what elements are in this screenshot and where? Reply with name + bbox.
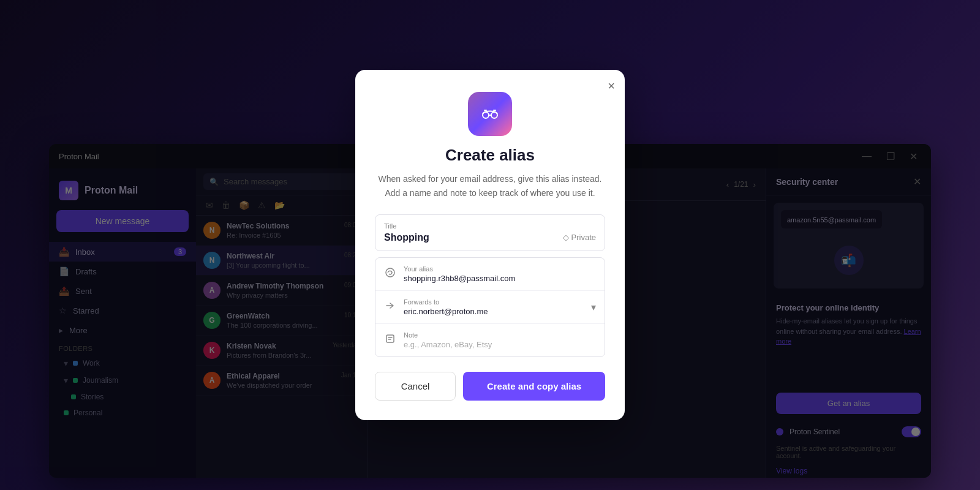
create-alias-modal: × Create alias When asked for your email… xyxy=(355,70,625,420)
cancel-button[interactable]: Cancel xyxy=(375,372,456,401)
modal-footer: Cancel Create and copy alias xyxy=(375,372,605,401)
dropdown-arrow-icon: ▾ xyxy=(591,301,596,313)
your-alias-label: Your alias xyxy=(404,265,596,273)
private-label: Private xyxy=(571,233,596,242)
title-field-row: Shopping ◇ Private xyxy=(384,232,596,243)
alias-email-value: shopping.r3hb8@passmail.com xyxy=(404,274,596,283)
forward-icon xyxy=(384,300,396,314)
forwards-value: eric.norbert@proton.me xyxy=(404,307,584,316)
spy-icon xyxy=(479,103,501,125)
svg-point-4 xyxy=(386,268,394,277)
forwards-to-row[interactable]: Forwards to eric.norbert@proton.me ▾ xyxy=(375,291,605,324)
private-badge: ◇ Private xyxy=(563,233,596,242)
title-field-value: Shopping xyxy=(384,232,429,243)
alias-icon xyxy=(384,267,396,281)
alias-row-content: Your alias shopping.r3hb8@passmail.com xyxy=(404,265,596,283)
modal-overlay[interactable]: × Create alias When asked for your email… xyxy=(0,0,980,490)
modal-title: Create alias xyxy=(375,146,605,165)
forwards-label: Forwards to xyxy=(404,298,584,306)
title-field: Title Shopping ◇ Private xyxy=(375,214,605,251)
note-row[interactable]: Note e.g., Amazon, eBay, Etsy xyxy=(375,324,605,356)
note-row-content: Note e.g., Amazon, eBay, Etsy xyxy=(404,331,596,349)
title-field-label: Title xyxy=(384,222,596,230)
svg-rect-3 xyxy=(493,110,496,111)
note-placeholder[interactable]: e.g., Amazon, eBay, Etsy xyxy=(404,340,596,349)
svg-rect-5 xyxy=(386,335,394,342)
modal-icon-wrap xyxy=(375,92,605,136)
modal-alias-icon xyxy=(468,92,512,136)
svg-rect-2 xyxy=(484,110,487,111)
your-alias-row: Your alias shopping.r3hb8@passmail.com xyxy=(375,258,605,291)
alias-section: Your alias shopping.r3hb8@passmail.com F… xyxy=(375,257,605,357)
shield-icon: ◇ xyxy=(563,233,569,242)
create-copy-alias-button[interactable]: Create and copy alias xyxy=(463,372,605,401)
modal-description: When asked for your email address, give … xyxy=(375,172,605,200)
modal-close-button[interactable]: × xyxy=(608,80,615,92)
note-label: Note xyxy=(404,331,596,339)
forwards-row-content: Forwards to eric.norbert@proton.me xyxy=(404,298,584,316)
note-icon xyxy=(384,333,396,347)
